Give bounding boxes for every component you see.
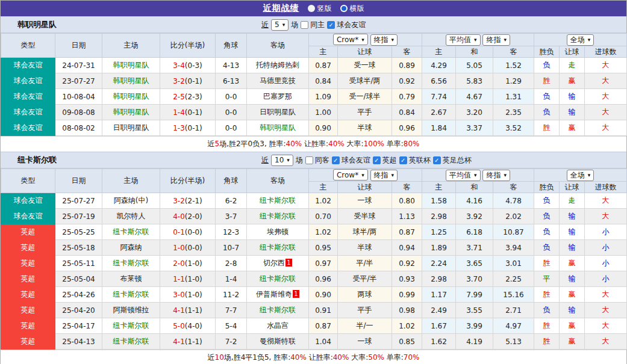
away-team-link[interactable]: 纽卡斯尔联 (260, 243, 296, 251)
home-team-link[interactable]: 韩职明星队 (113, 76, 149, 85)
home-team-link[interactable]: 纽卡斯尔联 (113, 290, 149, 298)
layout-radio-vertical[interactable]: 竖版 (308, 4, 332, 14)
odds-time-select[interactable]: 终指▾ (370, 34, 398, 46)
away-team-link[interactable]: 埃弗顿 (267, 227, 289, 236)
away-team-link[interactable]: 纽卡斯尔联 (260, 306, 296, 314)
home-team-link[interactable]: 纽卡斯尔联 (113, 321, 149, 330)
avg-time-select[interactable]: 终指▾ (482, 170, 510, 181)
away-odds-cell: 0.94 (392, 240, 422, 256)
league-filter-checkbox-1[interactable]: ✓英超 (373, 155, 397, 165)
scope-select[interactable]: 全场▾ (567, 34, 594, 46)
away-team-cell: 纽卡斯尔联 (247, 193, 309, 209)
odds-company-select-value: Crow* (337, 171, 358, 179)
home-odds-cell: 0.97 (309, 256, 338, 271)
same-venue-checkbox[interactable]: 同客 (305, 155, 329, 165)
home-team-link[interactable]: 纽卡斯尔联 (113, 337, 149, 345)
sub-column-header-1: 让球 (338, 182, 392, 193)
home-team-link[interactable]: 阿森纳(中) (114, 196, 148, 205)
header-dropdown-row: 类型日期主场比分(半场)角球客场Crow*▾ 终指▾平均值▾ 终指▾全场▾ (1, 34, 627, 46)
away-team-link[interactable]: 托特纳姆热刺 (256, 61, 299, 69)
odds-company-select[interactable]: Crow*▾ (333, 34, 368, 45)
date-cell: 24-07-31 (55, 58, 102, 73)
league-filter-checkbox-0[interactable]: ✓球会友谊 (327, 20, 366, 30)
away-team-link[interactable]: 纽卡斯尔联 (260, 196, 296, 205)
chevron-down-icon: ▾ (504, 37, 507, 43)
handicap-result-cell: 赢 (560, 73, 585, 89)
handicap-cell: 平/半 (338, 256, 392, 271)
red-card-badge: 1 (293, 290, 299, 298)
away-team-link[interactable]: 马德里竞技 (260, 76, 296, 85)
sub-column-header-7: 让球 (560, 182, 585, 193)
full-time-score: 5-0 (173, 322, 185, 330)
team-name[interactable]: 纽卡斯尔联 (17, 155, 57, 165)
column-header-4: 角球 (216, 34, 247, 58)
away-team-link[interactable]: 切尔西 (263, 259, 285, 267)
away-team-link[interactable]: 水晶宫 (267, 321, 289, 330)
home-team-link[interactable]: 凯尔特人 (117, 212, 146, 220)
home-team-link[interactable]: 日职明星队 (113, 123, 149, 132)
scope-select-value: 全场 (570, 170, 585, 180)
home-team-link[interactable]: 韩职明星队 (113, 108, 149, 116)
chevron-down-icon: ▾ (391, 37, 395, 43)
half-time-score: (0-1) (185, 77, 202, 85)
same-venue-checkbox[interactable]: 同主 (301, 20, 325, 30)
away-team-link[interactable]: 韩职明星队 (260, 123, 296, 132)
chevron-down-icon: ▾ (391, 172, 395, 178)
column-header-0: 类型 (1, 34, 55, 58)
league-filter-checkbox-0[interactable]: ✓球会友谊 (332, 155, 370, 165)
score-cell: 1-3(0-1) (160, 120, 216, 136)
full-time-score: 3-2 (173, 77, 185, 85)
home-team-link[interactable]: 阿森纳 (120, 243, 142, 251)
away-team-link[interactable]: 纽卡斯尔联 (260, 212, 296, 220)
team-name[interactable]: 韩职明星队 (17, 19, 57, 30)
handicap-cell: 平手 (338, 105, 392, 120)
home-team-cell: 纽卡斯尔联 (102, 318, 160, 334)
league-filter-checkbox-2-label: 英联杯 (409, 155, 431, 165)
away-team-link[interactable]: 曼彻斯特联 (260, 337, 296, 345)
half-time-score: (0-1) (185, 108, 202, 117)
sub-column-header-8: 进球数 (585, 46, 627, 58)
avg-time-select-value: 终指 (486, 170, 501, 180)
avg-away-cell: 1.52 (493, 58, 534, 73)
odds-time-select[interactable]: 终指▾ (370, 170, 398, 181)
near-count-select[interactable]: 5▾ (271, 19, 289, 31)
date-cell: 25-05-11 (55, 256, 102, 271)
home-team-link[interactable]: 纽卡斯尔联 (113, 259, 149, 267)
result-cell: 负 (534, 105, 560, 120)
team-section-header: 韩职明星队近5▾场同主✓球会友谊 (1, 16, 626, 33)
half-time-score: (1-1) (185, 306, 202, 315)
avg-source-select-value: 平均值 (449, 170, 471, 180)
odds-company-select[interactable]: Crow*▾ (333, 169, 368, 180)
result-cell: 胜 (534, 120, 560, 136)
layout-radio-horizontal[interactable]: 横版 (340, 4, 364, 14)
away-team-link[interactable]: 伊普斯维奇 (256, 290, 292, 298)
away-team-link[interactable]: 日职明星队 (260, 108, 296, 116)
summary-segment: 80% (404, 140, 420, 148)
full-time-score: 3-2 (173, 197, 185, 205)
match-row: 球会友谊23-07-27韩职明星队3-2(0-1)6-13马德里竞技0.84受球… (1, 73, 627, 89)
home-team-link[interactable]: 阿斯顿维拉 (113, 306, 149, 314)
away-team-link[interactable]: 巴塞罗那 (263, 92, 292, 100)
avg-source-select[interactable]: 平均值▾ (446, 170, 481, 181)
away-team-cell: 巴塞罗那 (247, 89, 309, 105)
league-type-badge: 英超 (1, 287, 55, 303)
league-filter-checkbox-2[interactable]: ✓英联杯 (399, 155, 431, 165)
date-cell: 25-05-25 (55, 224, 102, 240)
home-odds-cell: 1.02 (309, 224, 338, 240)
avg-home-cell: 1.17 (422, 287, 456, 303)
avg-source-select[interactable]: 平均值▾ (446, 34, 481, 46)
home-team-link[interactable]: 纽卡斯尔联 (113, 227, 149, 236)
home-team-link[interactable]: 韩职明星队 (113, 61, 149, 69)
near-count-select[interactable]: 10▾ (271, 155, 293, 166)
handicap-cell: 一球 (338, 334, 392, 350)
matches-label: 场 (296, 155, 303, 165)
league-filter-checkbox-3[interactable]: ✓英足总杯 (433, 155, 472, 165)
chevron-down-icon: ▾ (287, 157, 290, 163)
away-team-link[interactable]: 纽卡斯尔联 (260, 274, 296, 283)
same-venue-checkbox-label: 同主 (310, 20, 325, 30)
home-team-link[interactable]: 布莱顿 (120, 274, 142, 283)
avg-time-select[interactable]: 终指▾ (482, 34, 510, 46)
scope-select[interactable]: 全场▾ (567, 170, 594, 181)
home-team-link[interactable]: 韩职明星队 (113, 92, 149, 100)
away-odds-cell: 0.92 (392, 256, 422, 271)
